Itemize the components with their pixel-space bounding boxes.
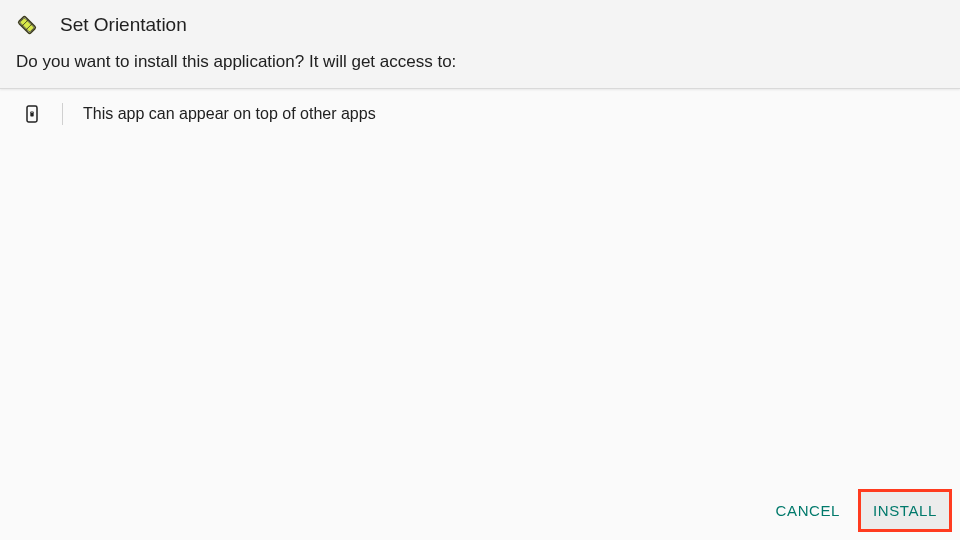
cancel-button[interactable]: CANCEL bbox=[762, 490, 854, 531]
button-bar: CANCEL INSTALL bbox=[762, 489, 952, 532]
svg-rect-1 bbox=[20, 18, 35, 33]
title-row: Set Orientation bbox=[16, 14, 944, 36]
svg-point-6 bbox=[31, 112, 32, 113]
install-highlight: INSTALL bbox=[858, 489, 952, 532]
permission-text: This app can appear on top of other apps bbox=[83, 105, 376, 123]
install-button[interactable]: INSTALL bbox=[861, 492, 949, 529]
app-title: Set Orientation bbox=[60, 14, 187, 36]
divider bbox=[62, 103, 63, 125]
app-icon bbox=[16, 14, 38, 36]
permissions-list: This app can appear on top of other apps bbox=[0, 89, 960, 139]
install-prompt: Do you want to install this application?… bbox=[16, 50, 944, 74]
permission-row: This app can appear on top of other apps bbox=[16, 103, 944, 125]
install-header: Set Orientation Do you want to install t… bbox=[0, 0, 960, 89]
overlay-icon bbox=[22, 104, 42, 124]
